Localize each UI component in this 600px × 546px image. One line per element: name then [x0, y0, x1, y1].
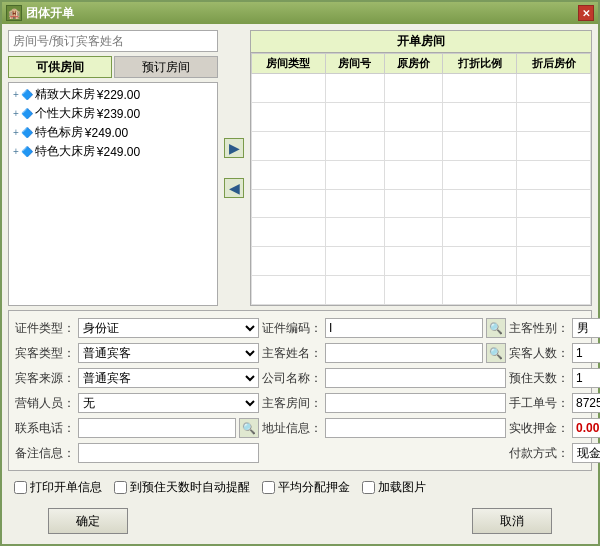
arrow-left-button[interactable]: ◀: [224, 178, 244, 198]
load-image-checkbox-item: 加载图片: [362, 479, 426, 496]
payment-method-row: 付款方式： 现金: [509, 442, 600, 464]
avg-distribute-checkbox-item: 平均分配押金: [262, 479, 350, 496]
confirm-button[interactable]: 确定: [48, 508, 128, 534]
phone-input[interactable]: [78, 418, 236, 438]
list-item[interactable]: + 🔷 个性大床房 ¥239.00: [11, 104, 215, 123]
form-section: 证件类型： 身份证 证件编码： 🔍 主客性别： 男 宾客类型：: [8, 310, 592, 471]
company-input[interactable]: [325, 368, 506, 388]
expand-icon-4: +: [13, 146, 19, 157]
list-item[interactable]: + 🔷 精致大床房 ¥229.00: [11, 85, 215, 104]
window-title: 团体开单: [26, 5, 74, 22]
load-image-checkbox[interactable]: [362, 481, 375, 494]
stay-days-input[interactable]: [572, 368, 600, 388]
room-table: 房间类型 房间号 原房价 打折比例 折后房价: [251, 53, 591, 305]
arrow-right-button[interactable]: ▶: [224, 138, 244, 158]
actual-payment-input[interactable]: [572, 418, 600, 438]
payment-method-select[interactable]: 现金: [572, 443, 600, 463]
room-price-1: ¥229.00: [97, 88, 140, 102]
list-item[interactable]: + 🔷 特色标房 ¥249.00: [11, 123, 215, 142]
main-content: 可供房间 预订房间 + 🔷 精致大床房 ¥229.00 + 🔷 个性大床房 ¥2…: [2, 24, 598, 544]
left-panel: 可供房间 预订房间 + 🔷 精致大床房 ¥229.00 + 🔷 个性大床房 ¥2…: [8, 30, 218, 306]
print-label: 打印开单信息: [30, 479, 102, 496]
stay-days-label: 预住天数：: [509, 370, 569, 387]
room-icon-4: 🔷: [21, 146, 33, 157]
main-room-row: 主客房间：: [262, 392, 506, 414]
expand-icon-3: +: [13, 127, 19, 138]
search-input[interactable]: [8, 30, 218, 52]
window-icon: 🏨: [6, 5, 22, 21]
room-price-4: ¥249.00: [97, 145, 140, 159]
col-original-price: 原房价: [384, 54, 443, 74]
notes-input[interactable]: [78, 443, 259, 463]
sales-row: 营销人员： 无: [15, 392, 259, 414]
avg-distribute-checkbox[interactable]: [262, 481, 275, 494]
guest-name-input[interactable]: [325, 343, 483, 363]
auto-remind-label: 到预住天数时自动提醒: [130, 479, 250, 496]
id-type-row: 证件类型： 身份证: [15, 317, 259, 339]
room-name-3: 特色标房: [35, 124, 83, 141]
actual-payment-row: 实收押金：: [509, 417, 600, 439]
print-checkbox[interactable]: [14, 481, 27, 494]
company-label: 公司名称：: [262, 370, 322, 387]
id-code-search-button[interactable]: 🔍: [486, 318, 506, 338]
main-room-input[interactable]: [325, 393, 506, 413]
table-row: [252, 160, 591, 189]
close-button[interactable]: ✕: [578, 5, 594, 21]
tab-row: 可供房间 预订房间: [8, 56, 218, 78]
room-icon-3: 🔷: [21, 127, 33, 138]
load-image-label: 加载图片: [378, 479, 426, 496]
address-input[interactable]: [325, 418, 506, 438]
guest-type-label: 宾客类型：: [15, 345, 75, 362]
room-list: + 🔷 精致大床房 ¥229.00 + 🔷 个性大床房 ¥239.00 + 🔷: [8, 82, 218, 306]
room-price-2: ¥239.00: [97, 107, 140, 121]
sales-select[interactable]: 无: [78, 393, 259, 413]
table-row: [252, 276, 591, 305]
room-name-2: 个性大床房: [35, 105, 95, 122]
source-select[interactable]: 普通宾客: [78, 368, 259, 388]
guest-gender-label: 主客性别：: [509, 320, 569, 337]
table-row: [252, 131, 591, 160]
main-window: 🏨 团体开单 ✕ 可供房间 预订房间 + 🔷 精致大床房 ¥229.0: [0, 0, 600, 546]
tab-available[interactable]: 可供房间: [8, 56, 112, 78]
col-discount: 打折比例: [443, 54, 517, 74]
middle-arrows: ▶ ◀: [222, 30, 246, 306]
id-type-label: 证件类型：: [15, 320, 75, 337]
auto-remind-checkbox[interactable]: [114, 481, 127, 494]
guest-name-search-button[interactable]: 🔍: [486, 343, 506, 363]
source-label: 宾客来源：: [15, 370, 75, 387]
source-row: 宾客来源： 普通宾客: [15, 367, 259, 389]
table-row: [252, 247, 591, 276]
work-order-input[interactable]: [572, 393, 600, 413]
work-order-label: 手工单号：: [509, 395, 569, 412]
checkbox-row: 打印开单信息 到预住天数时自动提醒 平均分配押金 加载图片: [8, 475, 592, 500]
list-item[interactable]: + 🔷 特色大床房 ¥249.00: [11, 142, 215, 161]
guest-type-select[interactable]: 普通宾客: [78, 343, 259, 363]
tab-booked[interactable]: 预订房间: [114, 56, 218, 78]
title-bar: 🏨 团体开单 ✕: [2, 2, 598, 24]
table-row: [252, 102, 591, 131]
room-name-4: 特色大床房: [35, 143, 95, 160]
table-row: [252, 189, 591, 218]
cancel-button[interactable]: 取消: [472, 508, 552, 534]
phone-search-button[interactable]: 🔍: [239, 418, 259, 438]
room-name-1: 精致大床房: [35, 86, 95, 103]
phone-row: 联系电话： 🔍: [15, 417, 259, 439]
expand-icon-1: +: [13, 89, 19, 100]
id-code-input[interactable]: [325, 318, 483, 338]
work-order-row: 手工单号：: [509, 392, 600, 414]
sales-label: 营销人员：: [15, 395, 75, 412]
address-label: 地址信息：: [262, 420, 322, 437]
id-code-row: 证件编码： 🔍: [262, 317, 506, 339]
notes-label: 备注信息：: [15, 445, 75, 462]
room-icon-1: 🔷: [21, 89, 33, 100]
guest-count-input[interactable]: [572, 343, 600, 363]
notes-row: 备注信息：: [15, 442, 259, 464]
room-icon-2: 🔷: [21, 108, 33, 119]
id-type-select[interactable]: 身份证: [78, 318, 259, 338]
id-code-label: 证件编码：: [262, 320, 322, 337]
actual-payment-label: 实收押金：: [509, 420, 569, 437]
guest-gender-select[interactable]: 男: [572, 318, 600, 338]
table-row: [252, 74, 591, 103]
bottom-buttons: 确定 取消: [8, 504, 592, 538]
avg-distribute-label: 平均分配押金: [278, 479, 350, 496]
